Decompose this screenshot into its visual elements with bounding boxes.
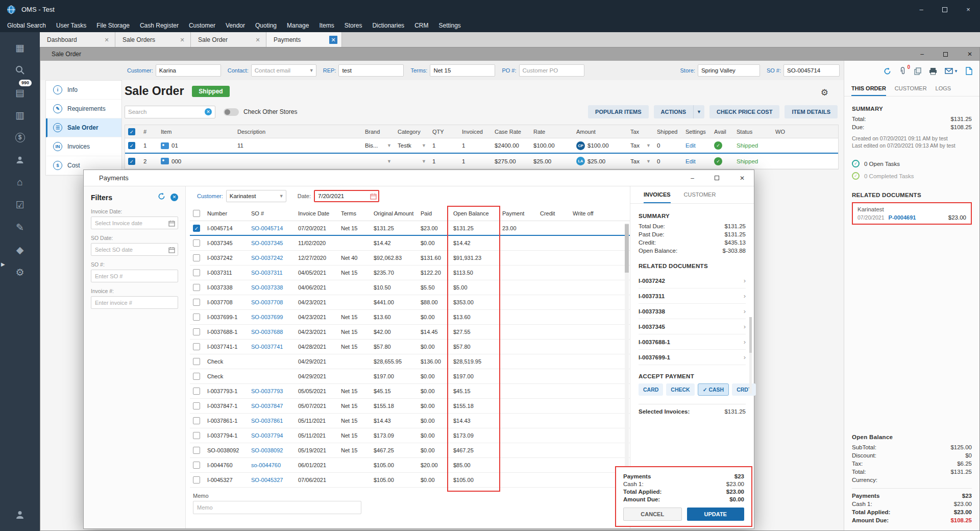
menu-item[interactable]: Dictionaries — [367, 19, 409, 32]
related-document-card[interactable]: Karinatest 07/20/2021 P-0004691 $23.00 — [852, 202, 972, 225]
contact-field[interactable] — [251, 64, 316, 77]
cancel-button[interactable]: CANCEL — [623, 508, 682, 521]
tax-dropdown[interactable]: Tax▼ — [627, 142, 654, 149]
clear-search-icon[interactable]: ✕ — [205, 108, 212, 115]
column-header[interactable]: Status — [733, 129, 772, 135]
panel-tab[interactable]: INVOICES — [644, 186, 671, 203]
row-checkbox[interactable] — [193, 476, 200, 484]
update-button[interactable]: UPDATE — [687, 508, 745, 521]
column-header[interactable]: Amount — [573, 129, 627, 135]
store-field[interactable] — [698, 64, 760, 77]
nav-item[interactable]: i Info — [46, 81, 121, 100]
invoice-row[interactable]: SO-0038092 SO-0038092 05/19/2021 Net 15 … — [190, 443, 630, 458]
column-header[interactable]: WO — [772, 129, 838, 135]
expand-panel-icon[interactable]: ▶ — [1, 261, 5, 267]
so-link[interactable]: SO-0038092 — [248, 447, 295, 453]
close-icon[interactable]: × — [957, 0, 980, 19]
so-link[interactable]: SO-0037242 — [248, 255, 295, 261]
so-number-input[interactable] — [91, 270, 178, 282]
related-document-item[interactable]: I-0037345› — [639, 319, 746, 334]
invoice-row[interactable]: I-0037345 SO-0037345 11/02/2020 $14.42 $… — [190, 236, 630, 251]
row-checkbox[interactable] — [193, 269, 200, 276]
so-link[interactable]: SO-0037708 — [248, 299, 295, 305]
item-row[interactable]: 2 000 ▼ ▼ 1 1 $275.00 $25.00 LA$25.00 Ta… — [125, 154, 838, 169]
column-header[interactable]: # — [140, 129, 158, 135]
so-link[interactable]: SO-0037741 — [248, 344, 295, 350]
item-row[interactable]: 1 01 11 Bis...▼ Testk▼ 1 1 $2400.00 $100… — [125, 138, 838, 154]
invoice-row[interactable]: I-0037242 SO-0037242 12/27/2020 Net 40 $… — [190, 251, 630, 266]
so-link[interactable]: SO-0037311 — [248, 270, 295, 276]
rep-field[interactable] — [338, 64, 404, 77]
row-checkbox[interactable] — [128, 142, 135, 149]
refresh-icon[interactable] — [884, 67, 891, 75]
invoice-row[interactable]: I-0037338 SO-0037338 04/06/2021 $10.50 $… — [190, 280, 630, 295]
column-header[interactable]: Shipped — [654, 129, 682, 135]
column-header[interactable]: SO # — [248, 210, 295, 216]
edit-link[interactable]: Edit — [682, 142, 711, 149]
payment-cell[interactable]: 23.00 — [499, 225, 537, 231]
minimize-icon[interactable]: – — [920, 51, 924, 58]
menu-item[interactable]: File Storage — [91, 19, 135, 32]
tasks-icon[interactable]: ☑ — [0, 194, 40, 216]
calendar-icon[interactable] — [168, 246, 175, 255]
invoice-row[interactable]: I-0037861-1 SO-0037861 05/11/2021 Net 15… — [190, 414, 630, 428]
tab-close-icon[interactable]: ✕ — [329, 36, 337, 44]
close-icon[interactable]: ✕ — [967, 51, 972, 58]
invoice-row[interactable]: I-0037688-1 SO-0037688 04/23/2021 Net 15… — [190, 325, 630, 340]
nav-item[interactable]: ☰ Sale Order — [46, 118, 121, 137]
user-icon[interactable] — [0, 503, 40, 526]
payment-date-input[interactable] — [314, 190, 379, 202]
menu-item[interactable]: Global Search — [2, 19, 51, 32]
so-link[interactable]: SO-0037847 — [248, 403, 295, 409]
row-checkbox[interactable] — [193, 328, 200, 335]
column-header[interactable]: Paid — [418, 210, 450, 216]
menu-item[interactable]: Cash Register — [135, 19, 184, 32]
row-checkbox[interactable] — [193, 462, 200, 469]
email-icon[interactable]: ▼ — [945, 68, 958, 74]
panel-tab[interactable]: LOGS — [936, 81, 951, 96]
payment-method-button[interactable]: CHECK — [666, 383, 694, 396]
payment-method-button[interactable]: CARD — [639, 383, 663, 396]
invoice-row[interactable]: Check 04/29/2021 $28,655.95 $136.00 $28,… — [190, 354, 630, 369]
brand-dropdown[interactable]: ▼ — [362, 159, 395, 164]
settings-icon[interactable]: ⚙ — [0, 261, 40, 283]
chevron-down-icon[interactable]: ▼ — [693, 105, 704, 118]
tag-icon[interactable]: ◆ — [0, 238, 40, 261]
panel-tab[interactable]: THIS ORDER — [851, 81, 886, 96]
column-header[interactable]: Write off — [570, 210, 630, 216]
menu-item[interactable]: Quoting — [250, 19, 282, 32]
row-checkbox[interactable] — [193, 402, 200, 409]
menu-item[interactable]: Manage — [282, 19, 314, 32]
row-checkbox[interactable] — [193, 239, 200, 247]
invoice-row[interactable]: I-0037311 SO-0037311 04/05/2021 Net 15 $… — [190, 266, 630, 280]
column-header[interactable]: Tax — [627, 129, 654, 135]
related-document-item[interactable]: I-0037699-1› — [639, 350, 746, 365]
brand-dropdown[interactable]: Bis...▼ — [362, 142, 395, 149]
column-header[interactable]: Open Balance — [450, 210, 499, 216]
search-input[interactable] — [128, 109, 205, 115]
close-icon[interactable]: ✕ — [740, 175, 745, 182]
so-link[interactable]: SO-0045327 — [248, 477, 295, 483]
print-icon[interactable] — [929, 67, 937, 75]
column-header[interactable]: Invoiced — [459, 129, 492, 135]
calendar-icon[interactable] — [370, 193, 377, 201]
menu-item[interactable]: Vendor — [220, 19, 250, 32]
invoice-row[interactable]: I-0037793-1 SO-0037793 05/05/2021 Net 15… — [190, 384, 630, 399]
column-header[interactable]: Rate — [530, 129, 573, 135]
memo-input[interactable] — [193, 501, 361, 514]
so-link[interactable]: SO-0037793 — [248, 388, 295, 394]
column-header[interactable]: QTY — [429, 129, 459, 135]
refresh-icon[interactable] — [158, 192, 165, 202]
invoice-row[interactable]: Check 04/29/2021 $197.00 $0.00 $197.00 — [190, 369, 630, 384]
so-date-input[interactable] — [91, 243, 178, 256]
minimize-icon[interactable]: – — [691, 175, 694, 182]
column-header[interactable]: Payment — [499, 210, 537, 216]
popular-items-button[interactable]: POPULAR ITEMS — [588, 105, 648, 118]
so-link[interactable]: SO-0037699 — [248, 314, 295, 320]
po-field[interactable] — [519, 64, 584, 77]
invoice-row[interactable]: I-0037794-1 SO-0037794 05/11/2021 Net 15… — [190, 428, 630, 443]
tab[interactable]: Dashboard ✕ — [40, 32, 115, 47]
list-scrollbar[interactable] — [749, 317, 752, 394]
column-header[interactable]: Category — [395, 129, 429, 135]
tab-close-icon[interactable]: ✕ — [178, 36, 186, 44]
